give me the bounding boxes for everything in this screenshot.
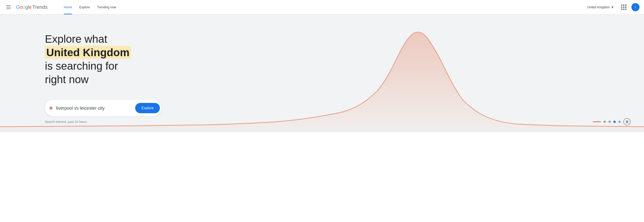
bottom-bar: Search interest, past 24 hours: [45, 118, 630, 125]
header-left: Google Trends Home Explore Trending now: [4, 0, 120, 14]
hero-content: Explore what United Kingdom is searching…: [45, 32, 139, 116]
pagination-active-line[interactable]: [593, 121, 601, 122]
nav-item-home[interactable]: Home: [60, 0, 76, 14]
pagination-dot-4[interactable]: [618, 121, 621, 123]
hero-title: Explore what United Kingdom is searching…: [45, 32, 139, 86]
header-right: United Kingdom ▾ t: [584, 3, 640, 12]
apps-button[interactable]: [620, 3, 628, 11]
pause-bar-left: [626, 120, 627, 123]
search-term-text: liverpool vs leicester city: [56, 106, 135, 111]
menu-button[interactable]: [4, 4, 12, 11]
header: Google Trends Home Explore Trending now …: [0, 0, 644, 14]
nav-item-explore[interactable]: Explore: [76, 0, 94, 14]
pause-icon: [626, 120, 628, 123]
chart-label: Search interest, past 24 hours: [45, 120, 87, 124]
grid-icon: [621, 5, 626, 10]
country-label: United Kingdom: [587, 6, 610, 9]
logo-trends-text: Trends: [32, 4, 48, 10]
pause-bar-right: [628, 120, 628, 123]
hero-section: Explore what United Kingdom is searching…: [0, 14, 644, 132]
main-nav: Home Explore Trending now: [60, 0, 120, 14]
country-selector[interactable]: United Kingdom ▾: [584, 3, 616, 12]
dropdown-arrow-icon: ▾: [612, 5, 614, 10]
hero-title-line1: Explore what: [45, 33, 107, 45]
hero-title-line2: is searching for: [45, 60, 118, 72]
hero-title-line3: right now: [45, 74, 89, 85]
user-avatar[interactable]: t: [632, 3, 640, 11]
hero-title-highlighted: United Kingdom: [45, 46, 131, 59]
pagination-dot-1[interactable]: [604, 121, 606, 123]
search-dot-icon: [50, 107, 52, 110]
logo[interactable]: Google Trends: [16, 4, 48, 10]
pagination-dot-2[interactable]: [608, 121, 611, 123]
explore-button[interactable]: Explore: [135, 103, 160, 113]
search-pill: liverpool vs leicester city Explore: [45, 100, 162, 116]
logo-google-text: Google: [16, 4, 32, 10]
pause-button[interactable]: [623, 118, 630, 125]
nav-item-trending[interactable]: Trending now: [94, 0, 120, 14]
pagination-dot-3-active[interactable]: [614, 121, 616, 123]
pagination-dots: [593, 118, 630, 125]
hero-text-block: Explore what United Kingdom is searching…: [45, 32, 139, 116]
